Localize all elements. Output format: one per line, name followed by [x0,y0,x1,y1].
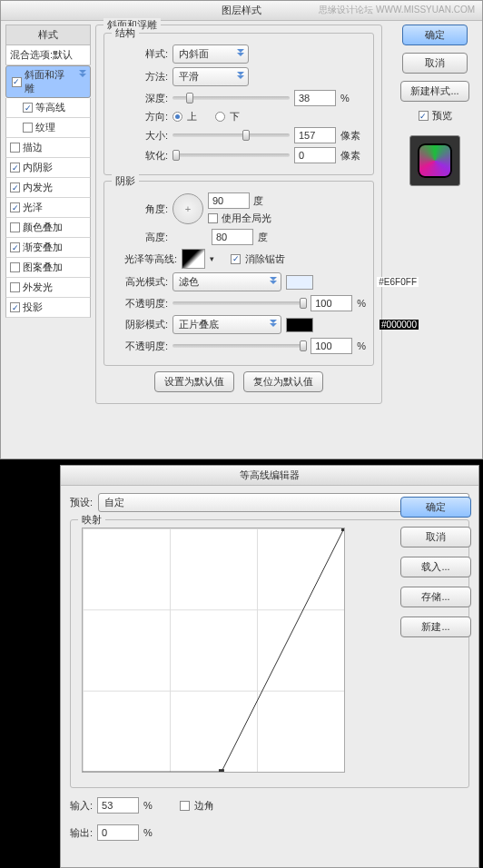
main-area: 斜面和浮雕 结构 样式:内斜面 方法:平滑 深度:38% 方向:上下 大小:15… [95,25,382,411]
new-button[interactable]: 新建... [400,616,471,637]
save-button[interactable]: 存储... [400,587,471,607]
shading-legend: 阴影 [112,174,139,188]
style-item-5[interactable]: 内发光 [5,178,91,198]
contour-grid[interactable] [82,528,345,773]
blend-options[interactable]: 混合选项:默认 [5,45,91,65]
antialias-checkbox[interactable] [231,254,241,264]
style-select[interactable]: 内斜面 [172,44,249,64]
mapping-legend: 映射 [78,513,105,527]
style-checkbox[interactable] [23,103,33,113]
soften-input[interactable]: 0 [294,147,336,163]
set-default-button[interactable]: 设置为默认值 [154,371,234,392]
global-light-checkbox[interactable] [208,213,218,223]
style-checkbox[interactable] [10,182,20,192]
ok-button[interactable]: 确定 [402,25,468,45]
preset-label: 预设: [70,496,93,509]
shadow-mode-label: 阴影模式: [112,318,168,331]
output-value[interactable]: 0 [97,824,139,841]
cancel-button[interactable]: 取消 [402,53,468,74]
style-checkbox[interactable] [10,282,20,292]
shadow-mode-select[interactable]: 正片叠底 [172,315,281,334]
bevel-group: 斜面和浮雕 结构 样式:内斜面 方法:平滑 深度:38% 方向:上下 大小:15… [95,25,382,404]
style-checkbox[interactable] [10,202,20,212]
svg-rect-0 [219,769,224,772]
preview-checkbox[interactable] [419,111,429,121]
right-column: 确定 取消 新建样式... 预览 [395,25,475,186]
right-column-2: 确定 取消 载入... 存储... 新建... [400,497,471,637]
style-item-2[interactable]: 纹理 [5,118,91,138]
style-checkbox[interactable] [10,143,20,153]
dir-down-radio[interactable] [215,112,225,122]
contour-curve [83,528,344,772]
highlight-opacity-slider[interactable] [172,301,306,305]
dir-up-radio[interactable] [172,112,182,122]
highlight-color-swatch[interactable] [286,275,313,290]
direction-label: 方向: [112,110,168,123]
load-button[interactable]: 载入... [400,557,471,577]
style-item-9[interactable]: 图案叠加 [5,258,91,278]
method-select[interactable]: 平滑 [172,67,249,86]
preview-box [409,135,460,186]
highlight-color-text: #E6F0FF [377,277,419,287]
new-style-button[interactable]: 新建样式... [400,81,468,102]
styles-header: 样式 [5,25,91,45]
corner-checkbox[interactable] [180,801,190,811]
input-value[interactable]: 53 [97,797,139,814]
shading-group: 阴影 角度: 90度 使用全局光 高度:80度 光泽等高线:▾消除锯齿 高光模式… [104,181,374,366]
gloss-contour[interactable] [182,249,205,269]
size-input[interactable]: 157 [294,127,336,143]
shadow-color-swatch[interactable] [286,318,313,332]
gloss-label: 光泽等高线: [112,252,177,266]
contour-editor-dialog: 等高线编辑器 预设: 自定 映射 输入: 53 % 边角 输出: 0 % [60,465,479,868]
style-item-0[interactable]: 斜面和浮雕 [5,65,91,98]
structure-legend: 结构 [112,26,139,40]
shadow-opacity-slider[interactable] [172,344,306,348]
highlight-mode-label: 高光模式: [112,275,168,289]
highlight-opacity-input[interactable]: 100 [310,295,352,311]
depth-input[interactable]: 38 [294,90,336,106]
shadow-color-text: #000000 [380,320,419,330]
preview-icon [418,143,452,178]
style-checkbox[interactable] [23,123,33,133]
style-checkbox[interactable] [10,302,20,312]
angle-dial[interactable] [172,193,203,224]
style-checkbox[interactable] [10,262,20,272]
soften-label: 软化: [112,149,168,163]
style-checkbox[interactable] [10,163,20,173]
style-checkbox[interactable] [10,222,20,232]
style-item-1[interactable]: 等高线 [5,98,91,118]
ok-button-2[interactable]: 确定 [400,497,471,518]
style-item-10[interactable]: 外发光 [5,278,91,298]
input-label: 输入: [70,799,93,813]
style-checkbox[interactable] [12,77,22,87]
titlebar-2: 等高线编辑器 [61,466,478,486]
style-item-4[interactable]: 内阴影 [5,158,91,178]
altitude-input[interactable]: 80 [212,229,253,245]
styles-panel: 样式 混合选项:默认 斜面和浮雕等高线纹理描边内阴影内发光光泽颜色叠加渐变叠加图… [5,25,91,318]
style-checkbox[interactable] [10,242,20,252]
watermark: 思缘设计论坛 WWW.MISSYUAN.COM [319,4,475,16]
soften-slider[interactable] [172,153,290,157]
cancel-button-2[interactable]: 取消 [400,527,471,547]
dialog-title: 图层样式 [222,5,261,15]
layer-style-dialog: 图层样式 思缘设计论坛 WWW.MISSYUAN.COM 样式 混合选项:默认 … [0,0,483,459]
reset-default-button[interactable]: 复位为默认值 [243,371,323,392]
method-label: 方法: [112,70,168,84]
size-slider[interactable] [172,133,290,137]
altitude-label: 高度: [112,231,168,244]
style-item-6[interactable]: 光泽 [5,198,91,218]
dialog2-title: 等高线编辑器 [240,469,300,480]
shadow-opacity-input[interactable]: 100 [310,338,352,354]
style-item-7[interactable]: 颜色叠加 [5,218,91,238]
highlight-mode-select[interactable]: 滤色 [172,272,281,291]
shadow-opacity-label: 不透明度: [112,340,168,353]
svg-rect-1 [341,528,344,531]
highlight-opacity-label: 不透明度: [112,297,168,311]
depth-slider[interactable] [172,96,290,100]
style-item-11[interactable]: 投影 [5,298,91,318]
angle-label: 角度: [112,202,168,216]
style-label: 样式: [112,47,168,61]
style-item-3[interactable]: 描边 [5,138,91,158]
angle-input[interactable]: 90 [208,192,250,209]
style-item-8[interactable]: 渐变叠加 [5,238,91,258]
